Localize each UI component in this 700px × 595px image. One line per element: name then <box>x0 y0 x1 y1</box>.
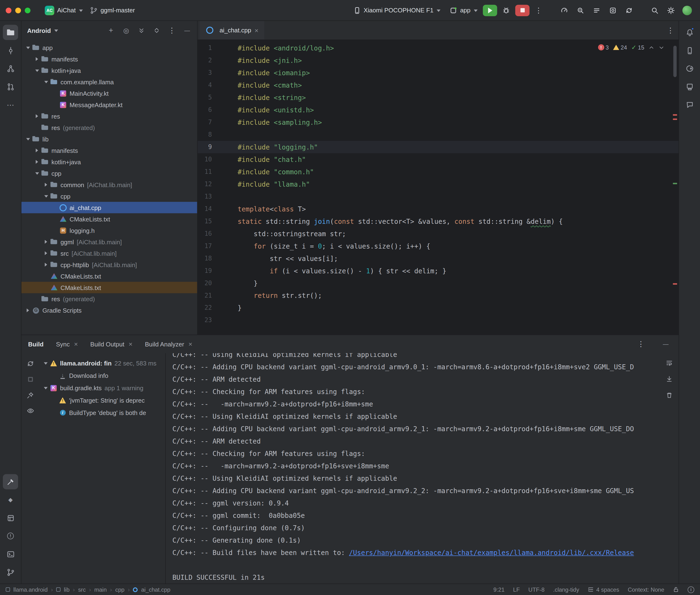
line-number[interactable]: 17 <box>198 240 222 252</box>
scroll-to-end-icon[interactable] <box>663 373 675 385</box>
code-line-7[interactable]: 7#include <sampling.h> <box>198 116 678 129</box>
close-icon[interactable] <box>255 26 258 34</box>
device-manager-tool-button[interactable] <box>682 43 697 58</box>
tree-chevron-icon[interactable] <box>43 261 50 268</box>
soft-wrap-icon[interactable] <box>663 357 675 368</box>
line-number[interactable]: 1 <box>198 42 222 54</box>
change-stripe-mark[interactable] <box>673 183 677 184</box>
line-number[interactable]: 2 <box>198 54 222 67</box>
cursor-position[interactable]: 9:21 <box>494 586 505 593</box>
code-line-11[interactable]: 11#include "common.h" <box>198 166 678 178</box>
run-button[interactable] <box>483 4 497 16</box>
tree-item-manifests[interactable]: manifests <box>22 145 197 156</box>
debug-button[interactable] <box>499 4 513 17</box>
code-line-5[interactable]: 5#include <string> <box>198 91 678 104</box>
close-icon[interactable] <box>129 340 133 348</box>
app-quality-insights-icon[interactable] <box>573 4 588 17</box>
breadcrumb-item-llama-android[interactable]: llama.android <box>13 586 48 593</box>
stop-build-icon[interactable] <box>25 374 36 385</box>
line-number[interactable]: 12 <box>198 178 222 191</box>
breadcrumb-item-cpp[interactable]: cpp <box>115 586 124 593</box>
line-number[interactable]: 4 <box>198 79 222 91</box>
expand-all-icon[interactable] <box>135 24 148 37</box>
code-line-20[interactable]: 20 } <box>198 277 678 289</box>
problems-tool-button[interactable] <box>3 528 18 544</box>
project-tool-button[interactable] <box>3 25 18 40</box>
clang-tidy-status[interactable]: .clang-tidy <box>553 586 579 593</box>
error-stripe-mark[interactable] <box>673 114 677 116</box>
line-number[interactable]: 3 <box>198 67 222 79</box>
tree-chevron-icon[interactable] <box>33 147 40 154</box>
tree-chevron-icon[interactable] <box>43 250 50 257</box>
inspections-widget[interactable]: !3 24 ✓15 <box>598 44 664 51</box>
editor-tab-ai-chat-cpp[interactable]: ai_chat.cpp <box>200 21 264 39</box>
breadcrumb-item-main[interactable]: main <box>94 586 107 593</box>
tree-item-download-info[interactable]: Download info <box>39 369 165 382</box>
code-line-12[interactable]: 12#include "llama.h" <box>198 178 678 191</box>
eye-filter-icon[interactable] <box>25 405 36 417</box>
gradle-tool-button[interactable] <box>682 61 697 76</box>
tree-item-cpp-httplib[interactable]: cpp-httplib[AiChat.lib.main] <box>22 259 197 271</box>
pull-requests-tool-button[interactable] <box>3 79 18 94</box>
indent-selector[interactable]: 4 spaces <box>588 586 619 593</box>
line-number[interactable]: 21 <box>198 289 222 302</box>
code-line-13[interactable]: 13 <box>198 191 678 203</box>
device-explorer-tool-button[interactable] <box>3 510 18 526</box>
tab-build-analyzer[interactable]: Build Analyzer <box>145 340 192 348</box>
tree-item-jvmtarget-string-is-deprec[interactable]: 'jvmTarget: String' is deprec <box>39 394 165 406</box>
tree-item-cpp[interactable]: cpp <box>22 191 197 202</box>
line-number[interactable]: 5 <box>198 91 222 104</box>
app-inspection-icon[interactable] <box>606 4 620 17</box>
line-number[interactable]: 16 <box>198 228 222 240</box>
tree-item-ggml[interactable]: ggml[AiChat.lib.main] <box>22 236 197 248</box>
commit-tool-button[interactable] <box>3 43 18 58</box>
more-options-icon[interactable] <box>166 24 178 37</box>
editor-options-icon[interactable] <box>664 24 677 36</box>
rerun-build-icon[interactable] <box>25 358 36 369</box>
code-line-14[interactable]: 14template<class T> <box>198 203 678 215</box>
line-number[interactable]: 15 <box>198 215 222 228</box>
line-number[interactable]: 19 <box>198 265 222 277</box>
tree-item-mainactivity-kt[interactable]: MainActivity.kt <box>22 88 197 99</box>
terminal-tool-button[interactable] <box>3 546 18 562</box>
select-opened-file-icon[interactable] <box>120 24 133 37</box>
close-icon[interactable] <box>74 340 78 348</box>
tree-chevron-icon[interactable] <box>43 238 50 246</box>
tree-item-build-gradle-kts[interactable]: build.gradle.ktsapp 1 warning <box>39 382 165 394</box>
tree-chevron-icon[interactable] <box>24 135 31 143</box>
code-line-23[interactable]: 23 <box>198 314 678 327</box>
bookmarks-tool-button[interactable] <box>682 79 697 94</box>
add-icon[interactable] <box>105 24 117 37</box>
code-area[interactable]: !3 24 ✓15 1#include <android/log.h>2#inc… <box>198 40 678 335</box>
tree-chevron-icon[interactable] <box>24 306 31 314</box>
tree-item-res[interactable]: res <box>22 111 197 122</box>
line-number[interactable]: 8 <box>198 129 222 141</box>
code-line-17[interactable]: 17 for (size_t i = 0; i < values.size();… <box>198 240 678 252</box>
assistant-tool-button[interactable] <box>682 97 697 112</box>
logcat-icon[interactable] <box>589 4 604 17</box>
code-line-9[interactable]: 9#include "logging.h" <box>198 141 678 153</box>
tree-chevron-icon[interactable] <box>33 55 40 63</box>
branch-widget[interactable]: ggml-master <box>86 4 139 16</box>
tree-chevron-icon[interactable] <box>43 192 50 200</box>
code-line-16[interactable]: 16 std::ostringstream str; <box>198 228 678 240</box>
window-minimize-button[interactable] <box>15 7 21 13</box>
console-file-link[interactable]: /Users/hanyin/Workspace/ai-chat/examples… <box>349 549 634 557</box>
tree-item-ai-chat-cpp[interactable]: ai_chat.cpp <box>22 202 197 213</box>
tree-chevron-icon[interactable] <box>33 158 40 166</box>
info-icon[interactable] <box>688 586 694 593</box>
tree-item-gradle-scripts[interactable]: Gradle Scripts <box>22 305 197 316</box>
line-number[interactable]: 18 <box>198 252 222 265</box>
tree-item-kotlin-java[interactable]: kotlin+java <box>22 65 197 76</box>
app-inspection-tool-button[interactable] <box>3 492 18 507</box>
window-zoom-button[interactable] <box>25 7 30 13</box>
clear-console-icon[interactable] <box>663 389 675 401</box>
line-number[interactable]: 10 <box>198 153 222 166</box>
code-line-19[interactable]: 19 if (i < values.size() - 1) { str << d… <box>198 265 678 277</box>
tree-item-buildtype-debug-is-both-de[interactable]: BuildType 'debug' is both de <box>39 406 165 419</box>
close-icon[interactable] <box>188 340 192 348</box>
error-stripe-mark[interactable] <box>673 283 677 285</box>
code-line-21[interactable]: 21 return str.str(); <box>198 289 678 302</box>
project-view-selector[interactable]: Android <box>27 27 51 34</box>
line-number[interactable]: 20 <box>198 277 222 289</box>
